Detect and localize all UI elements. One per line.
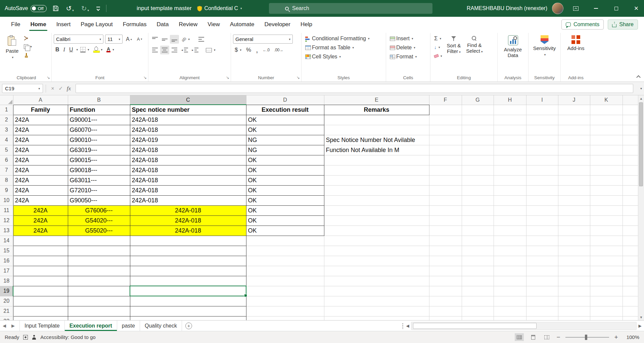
cell-A4[interactable]: 242A [13,135,68,145]
column-header-B[interactable]: B [68,95,130,105]
increase-font-size-button[interactable]: A▴ [124,35,134,44]
cell-C1[interactable]: Spec notice number [130,105,246,115]
cell-F7[interactable] [429,165,462,175]
cell-J6[interactable] [558,155,590,165]
cell-A21[interactable] [13,306,68,316]
cell-A8[interactable]: 242A [13,175,68,185]
cell-overflow-16[interactable] [623,256,638,266]
sheet-tab-paste[interactable]: paste [117,321,140,331]
cell-J5[interactable] [558,145,590,155]
align-left-button[interactable] [150,46,159,54]
cell-G11[interactable] [462,205,494,215]
cell-H4[interactable] [494,135,526,145]
cell-B15[interactable] [68,246,130,256]
bottom-align-button[interactable] [170,35,179,44]
cell-K10[interactable] [590,195,623,205]
sort-filter-button[interactable]: Sort &Filter▾ [445,34,463,56]
increase-indent-button[interactable]: ▸ [190,46,200,54]
cell-F14[interactable] [429,236,462,246]
new-sheet-button[interactable]: + [185,323,192,329]
autosum-button[interactable]: Σ▾ [432,34,444,43]
ribbon-tab-automate[interactable]: Automate [225,17,260,32]
cell-D13[interactable]: OK [246,226,324,236]
cell-G1[interactable] [462,105,494,115]
format-painter-button[interactable] [22,51,34,60]
save-button[interactable] [51,0,60,17]
conditional-formatting-button[interactable]: Conditional Formatting▾ [304,34,384,43]
cell-F19[interactable] [429,286,462,296]
cell-I5[interactable] [526,145,558,155]
comma-style-button[interactable]: , [254,46,260,54]
format-as-table-button[interactable]: Format as Table▾ [304,43,384,52]
comments-button[interactable]: Comments [561,19,604,30]
cell-K19[interactable] [590,286,623,296]
cell-K7[interactable] [590,165,623,175]
cell-I17[interactable] [526,266,558,276]
cell-K18[interactable] [590,276,623,286]
cell-G2[interactable] [462,115,494,125]
cell-K15[interactable] [590,246,623,256]
cell-C19[interactable] [130,286,246,296]
insert-cells-button[interactable]: Insert▾ [388,34,428,43]
cell-A14[interactable] [13,236,68,246]
cell-I18[interactable] [526,276,558,286]
cell-H11[interactable] [494,205,526,215]
cell-C6[interactable]: 242A-018 [130,155,246,165]
hscroll-right-button[interactable]: ▶ [637,324,643,328]
cell-E14[interactable] [324,236,429,246]
cell-A1[interactable]: Family [13,105,68,115]
cell-overflow-22[interactable] [623,316,638,320]
borders-button[interactable]: ▾ [79,45,91,54]
cell-H21[interactable] [494,306,526,316]
macro-recording-icon[interactable] [23,335,28,340]
view-page-break-button[interactable] [542,333,551,341]
cell-A9[interactable]: 242A [13,185,68,195]
cell-H9[interactable] [494,185,526,195]
enter-button[interactable]: ✓ [57,85,65,92]
ribbon-tab-insert[interactable]: Insert [51,17,76,32]
ribbon-tab-developer[interactable]: Developer [259,17,295,32]
cell-D8[interactable]: OK [246,175,324,185]
cell-G7[interactable] [462,165,494,175]
cell-C8[interactable]: 242A-018 [130,175,246,185]
cell-I19[interactable] [526,286,558,296]
zoom-out-button[interactable]: − [556,334,561,341]
row-header-15[interactable]: 15 [0,246,13,256]
merge-center-button[interactable]: ▾ [204,46,217,54]
cell-B22[interactable] [68,316,130,320]
analyze-data-button[interactable]: AnalyzeData [502,34,524,60]
cell-K6[interactable] [590,155,623,165]
cell-A11[interactable]: 242A [13,205,68,215]
cell-E4[interactable]: Spec Notice Number Not Avilable [324,135,429,145]
number-dialog-launcher[interactable]: ↘ [296,75,300,80]
cell-E12[interactable] [324,215,429,226]
percent-style-button[interactable]: % [244,46,253,54]
autosave-switch[interactable]: Off [31,5,46,12]
cell-overflow-9[interactable] [623,185,638,195]
row-header-4[interactable]: 4 [0,135,13,145]
cell-overflow-8[interactable] [623,175,638,185]
row-header-1[interactable]: 1 [0,105,13,115]
horizontal-scroll-track[interactable] [411,322,637,330]
row-header-17[interactable]: 17 [0,266,13,276]
decrease-decimal-button[interactable]: .00→ [273,46,285,54]
minimize-button[interactable] [588,0,604,17]
cell-H19[interactable] [494,286,526,296]
cell-G12[interactable] [462,215,494,226]
cell-K11[interactable] [590,205,623,215]
ribbon-tab-view[interactable]: View [202,17,225,32]
cell-A19[interactable] [13,286,68,296]
cell-B21[interactable] [68,306,130,316]
cell-D11[interactable]: OK [246,205,324,215]
select-all-button[interactable] [0,95,13,105]
font-size-combobox[interactable]: 11▾ [105,35,123,44]
cell-overflow-14[interactable] [623,236,638,246]
scroll-up-button[interactable]: ▲ [638,95,644,101]
delete-cells-button[interactable]: Delete▾ [388,43,428,52]
clipboard-dialog-launcher[interactable]: ↘ [47,75,50,80]
cell-J2[interactable] [558,115,590,125]
addins-button[interactable]: Add-ins [565,34,587,53]
cell-C17[interactable] [130,266,246,276]
cell-H15[interactable] [494,246,526,256]
cell-C15[interactable] [130,246,246,256]
